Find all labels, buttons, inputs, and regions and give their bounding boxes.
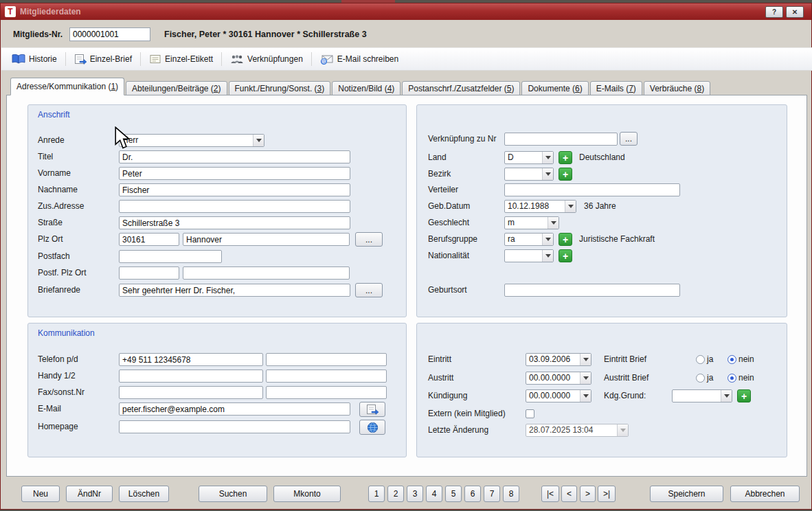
chevron-down-icon[interactable] bbox=[542, 168, 553, 180]
kuendigung-select[interactable]: 00.00.0000 bbox=[526, 389, 591, 402]
kommunikation-group: Kommunikation Telefon p/d Handy 1/2 Fax/… bbox=[27, 323, 407, 457]
nachname-input[interactable] bbox=[119, 183, 350, 196]
mkonto-button[interactable]: Mkonto bbox=[273, 486, 341, 502]
extern-checkbox[interactable] bbox=[526, 409, 534, 418]
nav-last-button[interactable]: >| bbox=[598, 486, 616, 502]
plz-ort-browse-button[interactable]: ... bbox=[355, 232, 383, 247]
page-2-button[interactable]: 2 bbox=[387, 486, 404, 502]
postfach-input[interactable] bbox=[119, 250, 222, 263]
bezirk-select[interactable] bbox=[504, 168, 554, 181]
nav-next-button[interactable]: > bbox=[580, 486, 596, 502]
homepage-input[interactable] bbox=[119, 420, 350, 433]
verknuepfung-input[interactable] bbox=[504, 133, 618, 146]
historie-button[interactable]: Historie bbox=[10, 54, 59, 65]
anrede-select[interactable]: Herr bbox=[119, 134, 264, 147]
title-bar[interactable]: T Mitgliederdaten ? ✕ bbox=[1, 3, 811, 20]
chevron-down-icon[interactable] bbox=[580, 390, 591, 402]
tab-dokumente[interactable]: Dokumente (6) bbox=[521, 81, 588, 95]
postf-ort-input[interactable] bbox=[183, 266, 350, 280]
email-input[interactable] bbox=[119, 402, 350, 416]
email-send-button[interactable] bbox=[359, 402, 385, 417]
verteiler-input[interactable] bbox=[504, 183, 680, 196]
postf-plz-input[interactable] bbox=[119, 266, 179, 280]
zus-adresse-input[interactable] bbox=[119, 200, 350, 213]
page-3-button[interactable]: 3 bbox=[407, 486, 423, 502]
geb-datum-select[interactable]: 10.12.1988 bbox=[504, 200, 576, 213]
handy1-input[interactable] bbox=[119, 370, 263, 383]
briefanrede-input[interactable] bbox=[119, 284, 350, 297]
email-schreiben-button[interactable]: @ E-Mail schreiben bbox=[318, 54, 401, 65]
tab-emails[interactable]: E-Mails (7) bbox=[590, 81, 642, 95]
einzel-brief-button[interactable]: Einzel-Brief bbox=[72, 54, 134, 65]
fax2-input[interactable] bbox=[266, 386, 387, 399]
mitgliedschaft-group: Eintritt 03.09.2006 Eintritt Brief ja ne… bbox=[416, 323, 787, 457]
page-6-button[interactable]: 6 bbox=[464, 486, 481, 502]
verknuepfung-browse-button[interactable]: ... bbox=[620, 132, 638, 146]
tab-funkt-ehrung-sonst[interactable]: Funkt./Ehrung/Sonst. (3) bbox=[229, 81, 331, 95]
handy2-input[interactable] bbox=[266, 370, 387, 383]
homepage-open-button[interactable] bbox=[359, 420, 385, 435]
aendnr-button[interactable]: ÄndNr bbox=[66, 486, 113, 502]
tab-notizen-bild[interactable]: Notizen/Bild (4) bbox=[332, 81, 401, 95]
tab-adresse-kommunikation[interactable]: Adresse/Kommunikation (1) bbox=[10, 78, 124, 95]
ort-input[interactable] bbox=[183, 233, 350, 246]
tab-postanschrift-zusatzfelder[interactable]: Postanschrf./Zusatzfelder (5) bbox=[402, 81, 520, 95]
telefon1-input[interactable] bbox=[119, 353, 263, 366]
chevron-down-icon[interactable] bbox=[542, 152, 553, 163]
chevron-down-icon[interactable] bbox=[721, 390, 732, 402]
land-add-button[interactable]: + bbox=[559, 151, 572, 164]
page-7-button[interactable]: 7 bbox=[484, 486, 500, 502]
loeschen-button[interactable]: Löschen bbox=[119, 486, 169, 502]
strasse-input[interactable] bbox=[119, 216, 350, 229]
chevron-down-icon[interactable] bbox=[580, 372, 591, 384]
kdg-grund-select[interactable] bbox=[672, 389, 732, 402]
einzel-etikett-button[interactable]: Einzel-Etikett bbox=[147, 54, 215, 65]
chevron-down-icon[interactable] bbox=[542, 250, 553, 262]
austritt-brief-label: Austritt Brief bbox=[604, 372, 649, 385]
berufsgruppe-select[interactable]: ra bbox=[504, 233, 554, 246]
page-8-button[interactable]: 8 bbox=[503, 486, 519, 502]
abbrechen-button[interactable]: Abbrechen bbox=[730, 486, 800, 502]
eintritt-select[interactable]: 03.09.2006 bbox=[526, 353, 591, 366]
eintritt-brief-ja-radio[interactable] bbox=[696, 355, 705, 364]
close-button[interactable]: ✕ bbox=[786, 6, 804, 18]
neu-button[interactable]: Neu bbox=[21, 486, 60, 502]
nationalitaet-add-button[interactable]: + bbox=[559, 249, 572, 262]
page-4-button[interactable]: 4 bbox=[426, 486, 442, 502]
plz-input[interactable] bbox=[119, 233, 179, 246]
page-5-button[interactable]: 5 bbox=[445, 486, 462, 502]
berufsgruppe-add-button[interactable]: + bbox=[559, 233, 572, 246]
chevron-down-icon[interactable] bbox=[253, 135, 264, 146]
nationalitaet-select[interactable] bbox=[504, 249, 554, 262]
fax1-input[interactable] bbox=[119, 386, 263, 399]
austritt-brief-nein-radio[interactable] bbox=[728, 374, 736, 383]
geburtsort-input[interactable] bbox=[504, 284, 680, 297]
zus-adresse-label: Zus.Adresse bbox=[38, 200, 84, 213]
vorname-input[interactable] bbox=[119, 167, 350, 180]
help-button[interactable]: ? bbox=[765, 6, 783, 18]
chevron-down-icon[interactable] bbox=[565, 201, 576, 212]
suchen-button[interactable]: Suchen bbox=[199, 486, 267, 502]
nav-first-button[interactable]: |< bbox=[541, 486, 559, 502]
austritt-brief-ja-radio[interactable] bbox=[696, 374, 705, 383]
telefon2-input[interactable] bbox=[266, 353, 387, 366]
chevron-down-icon[interactable] bbox=[580, 354, 591, 365]
chevron-down-icon[interactable] bbox=[548, 217, 559, 229]
briefanrede-browse-button[interactable]: ... bbox=[355, 283, 383, 297]
speichern-button[interactable]: Speichern bbox=[650, 486, 723, 502]
nav-prev-button[interactable]: < bbox=[561, 486, 577, 502]
main-panel: Anschrift Anrede Herr Titel Vorname Nach… bbox=[6, 95, 807, 477]
austritt-select[interactable]: 00.00.0000 bbox=[526, 372, 591, 385]
verknuepfungen-button[interactable]: Verknüpfungen bbox=[228, 54, 305, 65]
land-select[interactable]: D bbox=[504, 151, 554, 164]
chevron-down-icon[interactable] bbox=[542, 234, 553, 245]
tab-abteilungen-beitraege[interactable]: Abteilungen/Beiträge (2) bbox=[126, 81, 227, 95]
geschlecht-select[interactable]: m bbox=[504, 216, 559, 229]
tab-verbraeuche[interactable]: Verbräuche (8) bbox=[644, 81, 710, 95]
kdg-grund-add-button[interactable]: + bbox=[737, 389, 751, 402]
eintritt-brief-nein-radio[interactable] bbox=[728, 355, 736, 364]
titel-input[interactable] bbox=[119, 150, 350, 163]
member-no-input[interactable] bbox=[69, 27, 150, 41]
page-1-button[interactable]: 1 bbox=[368, 486, 385, 502]
bezirk-add-button[interactable]: + bbox=[559, 168, 572, 181]
